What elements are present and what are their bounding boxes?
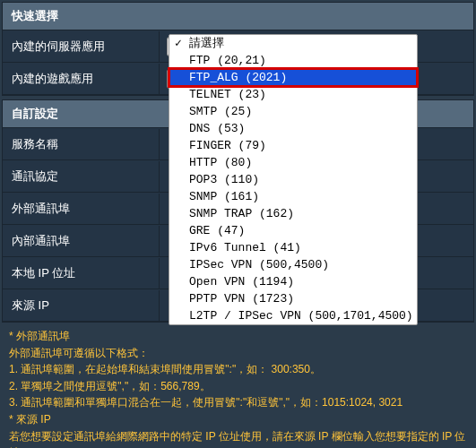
help-text: * 外部通訊埠 外部通訊埠可遵循以下格式： 1. 通訊埠範圍，在起始埠和結束埠間… — [2, 323, 474, 448]
game-app-label: 內建的遊戲應用 — [3, 64, 160, 94]
service-name-label: 服務名稱 — [3, 129, 160, 159]
dropdown-option[interactable]: FINGER (79) — [169, 137, 417, 154]
dropdown-option[interactable]: 請選擇 — [169, 35, 417, 52]
dropdown-option[interactable]: SNMP (161) — [169, 188, 417, 205]
dropdown-option[interactable]: TELNET (23) — [169, 86, 417, 103]
dropdown-option[interactable]: POP3 (110) — [169, 171, 417, 188]
server-app-dropdown[interactable]: 請選擇FTP (20,21)FTP_ALG (2021)TELNET (23)S… — [169, 34, 418, 325]
server-app-label: 內建的伺服器應用 — [3, 31, 160, 62]
dropdown-option[interactable]: Open VPN (1194) — [169, 273, 417, 290]
dropdown-option[interactable]: HTTP (80) — [169, 154, 417, 171]
quick-select-header: 快速選擇 — [3, 3, 473, 30]
dropdown-option[interactable]: L2TP / IPSec VPN (500,1701,4500) — [169, 307, 417, 324]
dropdown-option[interactable]: IPSec VPN (500,4500) — [169, 256, 417, 273]
dropdown-option[interactable]: SMTP (25) — [169, 103, 417, 120]
dropdown-option[interactable]: DNS (53) — [169, 120, 417, 137]
dropdown-option[interactable]: FTP (20,21) — [169, 52, 417, 69]
protocol-label: 通訊協定 — [3, 161, 160, 192]
dropdown-option[interactable]: SNMP TRAP (162) — [169, 205, 417, 222]
int-port-label: 內部通訊埠 — [3, 226, 160, 256]
source-ip-label: 來源 IP — [3, 290, 160, 321]
local-ip-label: 本地 IP 位址 — [3, 258, 160, 289]
dropdown-option[interactable]: PPTP VPN (1723) — [169, 290, 417, 307]
dropdown-option[interactable]: IPv6 Tunnel (41) — [169, 239, 417, 256]
dropdown-option[interactable]: GRE (47) — [169, 222, 417, 239]
ext-port-label: 外部通訊埠 — [3, 194, 160, 224]
dropdown-option[interactable]: FTP_ALG (2021) — [169, 69, 417, 86]
